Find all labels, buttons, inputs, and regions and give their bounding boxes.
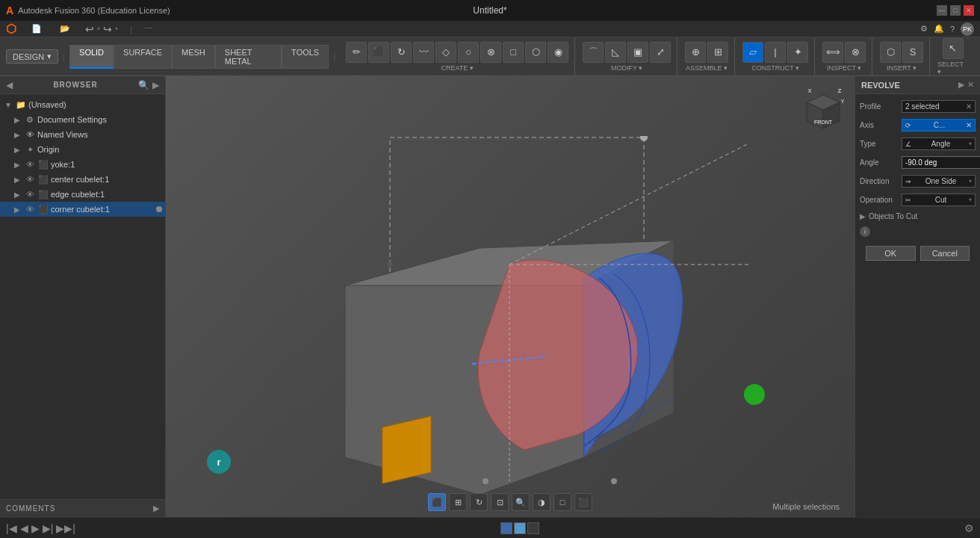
tree-item-edge-cubelet[interactable]: ▶ 👁 ⬛ edge cubelet:1 [0,187,165,202]
revolve-collapse-icon[interactable]: ▶ [958,80,964,90]
shell-button[interactable]: ▣ [627,42,648,63]
type-dropdown[interactable]: ∠ Angle ▾ [902,137,976,150]
fillet-button[interactable]: ⌒ [583,42,604,63]
user-profile-icon[interactable]: PK [961,22,974,36]
orbit-button[interactable]: ↻ [470,493,488,511]
tree-item-corner-cubelet[interactable]: ▶ 👁 ⬛ corner cubelet:1 [0,202,165,217]
insert-mesh-button[interactable]: ⬡ [880,42,901,63]
tab-surface[interactable]: SURFACE [114,45,172,69]
revolve-panel: REVOLVE ▶ ✕ Profile 2 selected ✕ Axis ⟳ … [855,76,980,517]
cancel-button[interactable]: Cancel [920,246,970,261]
direction-dropdown[interactable]: ⇒ One Side ▾ [902,175,976,188]
timeline-play-button[interactable]: ▶ [31,522,40,534]
type-row: Type ∠ Angle ▾ [860,137,976,150]
menu-item-new[interactable]: 📄 [28,22,45,35]
insert-svg-button[interactable]: S [902,42,923,63]
construct-point-button[interactable]: ✦ [787,42,808,63]
timeline-prev-button[interactable]: ◀ [20,522,28,534]
tree-item-center-cubelet[interactable]: ▶ 👁 ⬛ center cubelet:1 [0,172,165,187]
menu-more-icon[interactable]: ⋯ [144,24,152,34]
timeline-next-button[interactable]: ▶| [43,522,54,534]
3d-model [300,136,748,517]
select-button[interactable]: ↖ [943,38,964,59]
measure-button[interactable]: ⟺ [822,42,843,63]
corner-dot [156,206,162,212]
hole-button[interactable]: ○ [458,42,479,63]
axis-clear-icon[interactable]: ✕ [966,121,972,129]
info-icon[interactable]: i [860,226,870,237]
joint-button[interactable]: ⊕ [685,42,706,63]
comments-expand-icon[interactable]: ▶ [153,504,159,513]
nav-cube[interactable]: FRONT Z Y X [799,84,847,132]
timeline-start-button[interactable]: |◀ [6,522,17,534]
objects-to-cut-row[interactable]: ▶ Objects To Cut [860,212,976,220]
operation-dropdown[interactable]: ✂ Cut ▾ [902,194,976,206]
undo-dropdown[interactable]: ▾ [97,25,100,32]
design-dropdown[interactable]: DESIGN ▾ [6,49,58,64]
view-cube-button[interactable]: ⬛ [428,493,446,511]
construct-plane-button[interactable]: ▱ [742,42,763,63]
thread-button[interactable]: ⊗ [480,42,501,63]
timeline-item-2[interactable] [514,522,526,534]
axis-value-field[interactable]: ⟳ C... ✕ [902,119,976,132]
insert-group: ⬡ S INSERT ▾ [874,37,930,75]
tab-solid[interactable]: SOLID [69,45,114,69]
timeline-item-3[interactable] [527,522,539,534]
extrude-button[interactable]: ⬛ [368,42,389,63]
display-button[interactable]: ◑ [533,493,551,511]
as-built-joint-button[interactable]: ⊞ [707,42,728,63]
grid-button[interactable]: ⊞ [449,493,467,511]
browser-expand-icon[interactable]: ▶ [152,80,159,90]
timeline-end-button[interactable]: ▶▶| [56,522,75,534]
expand-yoke-icon: ▶ [12,161,22,169]
tree-item-doc-settings[interactable]: ▶ ⚙ Document Settings [0,112,165,127]
sweep-button[interactable]: 〰 [413,42,434,63]
tab-mesh[interactable]: MESH [172,45,215,69]
interference-button[interactable]: ⊗ [845,42,866,63]
expand-origin-icon: ▶ [12,146,22,154]
revolve-close-icon[interactable]: ✕ [967,80,974,90]
tree-item-yoke[interactable]: ▶ 👁 ⬛ yoke:1 [0,157,165,172]
create-sketch-button[interactable]: ✏ [346,42,367,63]
redo-dropdown[interactable]: ▾ [115,25,118,32]
timeline-item-1[interactable] [500,522,512,534]
bottombar: |◀ ◀ ▶ ▶| ▶▶| ⚙ [0,517,980,538]
tree-item-named-views[interactable]: ▶ 👁 Named Views [0,127,165,142]
ok-button[interactable]: OK [866,246,916,261]
redo-button[interactable]: ↪ [103,23,112,35]
box-button[interactable]: □ [503,42,524,63]
tab-sheet-metal[interactable]: SHEET METAL [215,45,282,69]
canvas[interactable]: r FRONT Z Y X ⬛ ⊞ ↻ ⊡ 🔍 ◑ □ [166,76,855,517]
help-icon[interactable]: ? [950,25,955,34]
close-button[interactable]: ✕ [964,5,974,16]
revolve-button[interactable]: ↻ [391,42,412,63]
tree-item-origin[interactable]: ▶ ✦ Origin [0,142,165,157]
zoom-out-button[interactable]: 🔍 [512,493,530,511]
loft-button[interactable]: ◇ [435,42,456,63]
menu-item-open[interactable]: 📂 [57,22,73,35]
cylinder-button[interactable]: ⬡ [525,42,546,63]
scale-button[interactable]: ⤢ [650,42,671,63]
settings-icon[interactable]: ⚙ [964,522,974,534]
maximize-button[interactable]: □ [950,5,961,16]
user-avatar[interactable]: r [207,450,231,474]
expand-root-icon: ▼ [3,101,13,109]
construct-axis-button[interactable]: | [765,42,786,63]
jobs-icon[interactable]: ⚙ [920,24,928,34]
tab-tools[interactable]: TOOLS [282,45,329,69]
camera-button[interactable]: ⬛ [574,493,592,511]
tree-item-root[interactable]: ▼ 📁 (Unsaved) [0,97,165,112]
browser-search-icon[interactable]: 🔍 [138,80,149,90]
render-button[interactable]: □ [553,493,571,511]
minimize-button[interactable]: — [937,5,947,16]
angle-input[interactable] [902,156,980,169]
sphere-button[interactable]: ◉ [548,42,568,63]
chamfer-button[interactable]: ◺ [605,42,626,63]
green-status-indicator[interactable] [744,384,765,405]
zoom-fit-button[interactable]: ⊡ [491,493,509,511]
notifications-icon[interactable]: 🔔 [934,24,944,34]
profile-clear-icon[interactable]: ✕ [966,102,972,111]
profile-value-field[interactable]: 2 selected ✕ [902,100,976,113]
folder-icon: 📁 [15,99,27,111]
undo-button[interactable]: ↩ [85,23,94,35]
